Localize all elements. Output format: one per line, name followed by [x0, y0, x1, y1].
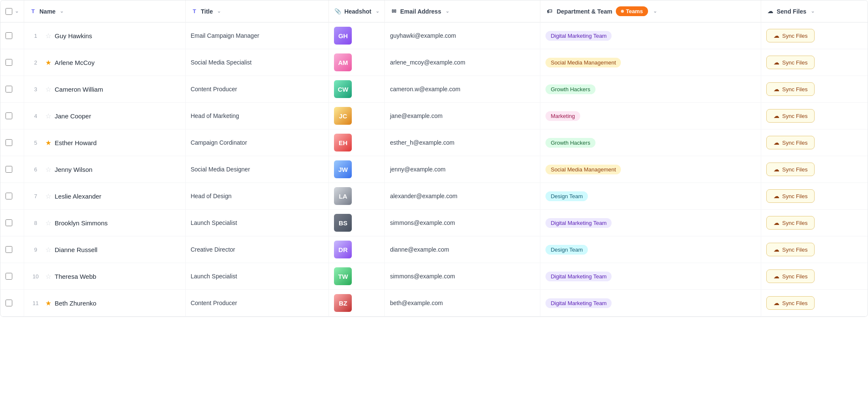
row-sync-cell: ☁ Sync Files — [761, 22, 868, 49]
col-header-send-files[interactable]: ☁ Send Files ⌄ — [761, 0, 868, 22]
star-icon[interactable]: ☆ — [45, 219, 51, 227]
row-title: Social Media Specialist — [185, 49, 329, 76]
star-icon[interactable]: ☆ — [45, 272, 51, 280]
row-checkbox[interactable] — [6, 273, 12, 280]
col-header-title[interactable]: T Title ⌄ — [185, 0, 329, 22]
row-checkbox-cell — [0, 156, 24, 183]
sync-files-button[interactable]: ☁ Sync Files — [766, 82, 815, 96]
row-headshot: AM — [329, 49, 385, 76]
table-row: 4 ☆ Jane Cooper Head of Marketing JC jan… — [0, 103, 868, 129]
dept-badge: Digital Marketing Team — [545, 272, 612, 281]
row-title: Campaign Cordinator — [185, 129, 329, 156]
star-icon[interactable]: ☆ — [45, 246, 51, 254]
dept-badge: Social Media Management — [545, 58, 621, 67]
table-row: 7 ☆ Leslie Alexander Head of Design LA a… — [0, 183, 868, 210]
star-icon[interactable]: ★ — [45, 299, 51, 307]
sync-files-button[interactable]: ☁ Sync Files — [766, 56, 815, 69]
col-label-headshot: Headshot — [344, 8, 371, 15]
col-label-send-files: Send Files — [776, 8, 806, 15]
col-header-email[interactable]: ✉ Email Address ⌄ — [385, 0, 540, 22]
sync-files-label: Sync Files — [782, 59, 807, 66]
dept-badge: Digital Marketing Team — [545, 31, 612, 41]
col-label-email: Email Address — [400, 8, 441, 15]
sync-files-button[interactable]: ☁ Sync Files — [766, 243, 815, 256]
table-row: 2 ★ Arlene McCoy Social Media Specialist… — [0, 49, 868, 76]
sync-cloud-icon: ☁ — [773, 32, 779, 39]
row-num-cell: 5 ★ Esther Howard — [24, 129, 186, 156]
star-icon[interactable]: ★ — [45, 59, 51, 67]
star-icon[interactable]: ★ — [45, 139, 51, 147]
sync-files-button[interactable]: ☁ Sync Files — [766, 216, 815, 230]
sync-files-label: Sync Files — [782, 86, 807, 93]
row-dept: Social Media Management — [540, 49, 761, 76]
sort-icon-email: ⌄ — [445, 8, 449, 14]
row-checkbox[interactable] — [6, 59, 12, 66]
data-table: ⌄ T Name ⌄ T Title ⌄ — [0, 0, 868, 317]
row-sync-cell: ☁ Sync Files — [761, 263, 868, 290]
row-name: Esther Howard — [55, 139, 97, 146]
row-checkbox[interactable] — [6, 300, 12, 306]
sync-files-button[interactable]: ☁ Sync Files — [766, 136, 815, 149]
row-checkbox[interactable] — [6, 112, 12, 119]
sync-files-label: Sync Files — [782, 140, 807, 146]
row-name: Cameron William — [55, 86, 103, 93]
row-checkbox[interactable] — [6, 166, 12, 173]
star-icon[interactable]: ☆ — [45, 85, 51, 93]
row-headshot: GH — [329, 22, 385, 49]
table-row: 9 ☆ Dianne Russell Creative Director DR … — [0, 236, 868, 263]
sync-files-label: Sync Files — [782, 193, 807, 199]
row-sync-cell: ☁ Sync Files — [761, 290, 868, 317]
star-icon[interactable]: ☆ — [45, 165, 51, 174]
row-email: cameron.w@example.com — [385, 76, 540, 103]
row-headshot: EH — [329, 129, 385, 156]
row-checkbox[interactable] — [6, 32, 12, 39]
row-checkbox[interactable] — [6, 219, 12, 226]
col-header-name[interactable]: T Name ⌄ — [24, 0, 186, 22]
sync-files-button[interactable]: ☁ Sync Files — [766, 296, 815, 310]
star-icon[interactable]: ☆ — [45, 192, 51, 200]
row-title: Launch Specialist — [185, 210, 329, 236]
text-icon: T — [29, 8, 37, 15]
row-title: Head of Design — [185, 183, 329, 210]
row-number: 5 — [29, 140, 42, 146]
row-headshot: DR — [329, 236, 385, 263]
col-label-title: Title — [201, 8, 213, 15]
row-sync-cell: ☁ Sync Files — [761, 183, 868, 210]
row-checkbox[interactable] — [6, 193, 12, 199]
row-checkbox[interactable] — [6, 246, 12, 253]
star-icon[interactable]: ☆ — [45, 112, 51, 120]
select-all-checkbox[interactable] — [6, 8, 12, 15]
row-dept: Digital Marketing Team — [540, 290, 761, 317]
row-checkbox[interactable] — [6, 86, 12, 93]
sync-cloud-icon: ☁ — [773, 300, 779, 306]
text-icon-2: T — [191, 8, 198, 15]
star-icon[interactable]: ☆ — [45, 32, 51, 40]
row-headshot: JW — [329, 156, 385, 183]
attachment-icon: 📎 — [334, 8, 342, 15]
sync-files-button[interactable]: ☁ Sync Files — [766, 189, 815, 203]
row-headshot: BZ — [329, 290, 385, 317]
row-checkbox[interactable] — [6, 139, 12, 146]
sync-files-button[interactable]: ☁ Sync Files — [766, 163, 815, 176]
sync-files-button[interactable]: ☁ Sync Files — [766, 29, 815, 42]
row-number: 7 — [29, 193, 42, 199]
row-dept: Marketing — [540, 103, 761, 129]
row-sync-cell: ☁ Sync Files — [761, 210, 868, 236]
row-email: beth@example.com — [385, 290, 540, 317]
row-headshot: TW — [329, 263, 385, 290]
teams-dot-icon — [621, 10, 624, 13]
col-header-dept[interactable]: 🏷 Department & Team Teams ⌄ — [540, 0, 761, 22]
teams-filter-badge[interactable]: Teams — [616, 6, 648, 16]
row-dept: Digital Marketing Team — [540, 22, 761, 49]
sync-files-button[interactable]: ☁ Sync Files — [766, 269, 815, 283]
row-title: Content Producer — [185, 76, 329, 103]
sync-files-label: Sync Files — [782, 247, 807, 253]
col-header-headshot[interactable]: 📎 Headshot ⌄ — [329, 0, 385, 22]
row-sync-cell: ☁ Sync Files — [761, 103, 868, 129]
avatar: BS — [334, 214, 352, 232]
row-number: 8 — [29, 220, 42, 226]
row-title: Head of Marketing — [185, 103, 329, 129]
row-num-cell: 4 ☆ Jane Cooper — [24, 103, 186, 129]
table-row: 5 ★ Esther Howard Campaign Cordinator EH… — [0, 129, 868, 156]
sync-files-button[interactable]: ☁ Sync Files — [766, 109, 815, 123]
